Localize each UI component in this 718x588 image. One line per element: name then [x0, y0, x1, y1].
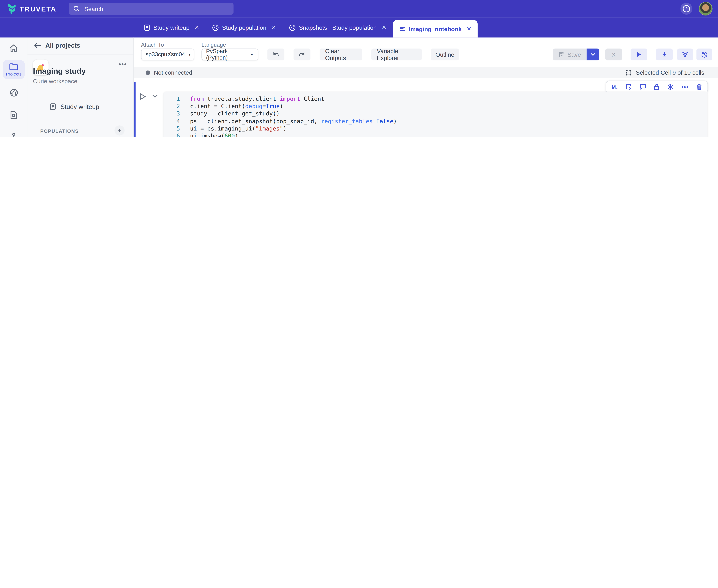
search-icon [73, 5, 80, 12]
document-tabbar: Study writeup ✕ Study population ✕ Snaps… [0, 17, 718, 38]
close-icon[interactable]: ✕ [194, 24, 199, 31]
line-number: 6 [163, 132, 180, 137]
notebook-main: Attach To sp33cpuXsm04▼ Language PySpark… [134, 38, 718, 137]
markdown-icon[interactable]: M↓ [612, 84, 618, 90]
user-avatar[interactable] [699, 2, 713, 16]
code-line[interactable]: 1from truveta.study.client import Client [163, 95, 707, 103]
close-icon[interactable]: ✕ [271, 24, 276, 31]
code-line[interactable]: 2client = Client(debug=True) [163, 103, 707, 110]
save-icon [559, 51, 565, 58]
clear-result-icon[interactable] [625, 84, 632, 90]
connection-status: Not connected [154, 69, 192, 76]
search-input[interactable] [83, 5, 233, 13]
person-icon [212, 24, 219, 31]
document-icon [49, 103, 56, 110]
lock-icon[interactable] [654, 84, 660, 90]
truveta-leaf-icon [681, 51, 689, 58]
run-all-button[interactable] [631, 48, 647, 60]
selection-label: Selected Cell 9 of 10 cells [636, 69, 704, 76]
document-search-icon[interactable] [0, 111, 27, 120]
back-arrow-icon [34, 42, 41, 48]
more-options-icon[interactable]: ••• [681, 84, 689, 90]
cancel-button[interactable]: X [606, 48, 622, 60]
connection-statusbar: Not connected Selected Cell 9 of 10 cell… [134, 67, 718, 78]
close-icon[interactable]: ✕ [382, 24, 386, 31]
all-projects-back[interactable]: All projects [34, 42, 80, 49]
save-label: Save [567, 51, 581, 58]
app-window: TRUVETA ? Study writeup ✕ St [0, 0, 718, 137]
add-population-button[interactable]: + [115, 125, 124, 135]
language-label: Language [202, 42, 226, 48]
outline-button[interactable]: Outline [431, 48, 459, 60]
tab-imaging-notebook[interactable]: Imaging_notebook ✕ [393, 20, 478, 38]
code-line[interactable]: 6ui.imshow(600) [163, 132, 707, 137]
chevron-down-icon [591, 53, 595, 56]
folder-icon [9, 63, 18, 70]
truveta-logo: TRUVETA [8, 3, 57, 14]
history-button[interactable] [696, 48, 712, 60]
undo-icon [272, 51, 279, 58]
study-writeup-label: Study writeup [60, 103, 99, 110]
document-icon [144, 24, 150, 31]
sidebar-item-study-writeup[interactable]: Study writeup [49, 103, 99, 110]
download-button[interactable] [656, 48, 673, 60]
sidebar-item-projects[interactable]: Projects [3, 60, 25, 79]
undo-button[interactable] [267, 48, 284, 60]
clear-outputs-button[interactable]: Clear Outputs [320, 48, 362, 60]
freeze-icon[interactable] [667, 84, 674, 90]
tab-label: Study writeup [153, 24, 189, 31]
code-cell[interactable]: 1from truveta.study.client import Client… [163, 91, 707, 137]
play-icon [636, 52, 641, 57]
line-number: 3 [163, 110, 180, 118]
history-icon [701, 51, 707, 58]
topbar: TRUVETA ? [0, 0, 718, 17]
download-icon [661, 51, 667, 58]
code-line[interactable]: 5ui = ps.imaging_ui("images") [163, 125, 707, 132]
collapse-cell-button[interactable] [152, 94, 158, 98]
tab-label: Study population [222, 24, 266, 31]
delete-cell-icon[interactable] [696, 84, 702, 90]
project-workspace: Curie workspace [33, 78, 77, 85]
line-number: 1 [163, 95, 180, 103]
project-menu-button[interactable]: ••• [119, 60, 127, 68]
run-cell-button[interactable] [139, 93, 146, 100]
code-lines: 1from truveta.study.client import Client… [163, 95, 707, 137]
populations-header: POPULATIONS [40, 128, 79, 134]
selected-cell-indicator [134, 82, 136, 137]
play-outline-icon [139, 93, 146, 100]
language-value: PySpark (Python) [206, 48, 247, 61]
save-button[interactable]: Save [553, 48, 587, 60]
tab-label: Imaging_notebook [409, 25, 462, 32]
code-line[interactable]: 3study = client.get_study() [163, 110, 707, 118]
projects-label: Projects [6, 71, 22, 76]
line-number: 2 [163, 103, 180, 110]
save-options-button[interactable] [587, 48, 599, 60]
line-number: 4 [163, 118, 180, 125]
home-icon[interactable] [0, 44, 27, 52]
close-icon[interactable]: ✕ [467, 26, 471, 32]
code-line[interactable]: 4ps = client.get_snapshot(pop_snap_id, r… [163, 118, 707, 125]
notebook-icon [399, 26, 406, 32]
project-sidebar: All projects ••• Imaging study Curie wor… [27, 38, 134, 137]
help-button[interactable]: ? [680, 3, 693, 15]
svg-text:?: ? [685, 6, 688, 11]
redo-button[interactable] [293, 48, 310, 60]
connection-dot-icon [146, 70, 150, 75]
person-icon [289, 24, 296, 31]
cell-selection-status: Selected Cell 9 of 10 cells [625, 69, 704, 76]
global-search[interactable] [69, 3, 233, 15]
globe-icon[interactable] [0, 88, 27, 97]
caret-down-icon: ▼ [188, 52, 191, 57]
tab-study-writeup[interactable]: Study writeup ✕ [138, 17, 206, 38]
add-comment-icon[interactable] [640, 84, 647, 90]
tab-snapshots-study-population[interactable]: Snapshots - Study population ✕ [283, 17, 393, 38]
network-icon[interactable] [0, 133, 27, 137]
attach-to-dropdown[interactable]: sp33cpuXsm04▼ [141, 48, 194, 60]
tab-label: Snapshots - Study population [299, 24, 377, 31]
attach-to-label: Attach To [141, 42, 164, 48]
variable-explorer-button[interactable]: Variable Explorer [371, 48, 422, 60]
all-projects-label: All projects [45, 42, 80, 49]
tab-study-population[interactable]: Study population ✕ [205, 17, 282, 38]
truveta-actions-button[interactable] [677, 48, 693, 60]
language-dropdown[interactable]: PySpark (Python)▼ [202, 48, 258, 60]
